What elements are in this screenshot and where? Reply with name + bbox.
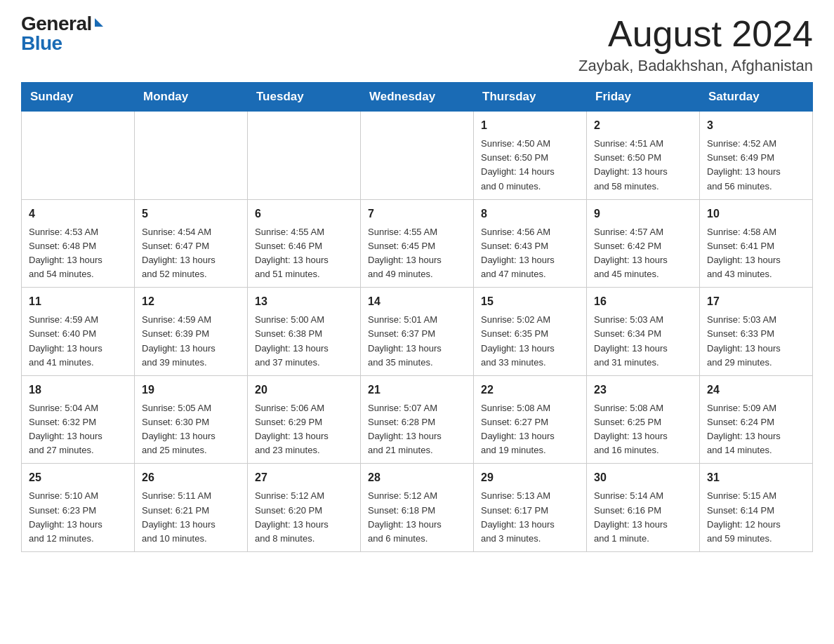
calendar-cell: 19Sunrise: 5:05 AMSunset: 6:30 PMDayligh… <box>135 375 248 464</box>
day-number: 16 <box>594 293 692 310</box>
day-number: 3 <box>707 117 805 134</box>
calendar-cell: 3Sunrise: 4:52 AMSunset: 6:49 PMDaylight… <box>700 112 813 200</box>
day-info: Sunrise: 5:12 AMSunset: 6:20 PMDaylight:… <box>255 489 353 546</box>
calendar-cell: 22Sunrise: 5:08 AMSunset: 6:27 PMDayligh… <box>474 375 587 464</box>
day-number: 27 <box>255 469 353 486</box>
calendar-week-row: 1Sunrise: 4:50 AMSunset: 6:50 PMDaylight… <box>22 112 813 200</box>
page-header: General Blue August 2024 Zaybak, Badakhs… <box>21 14 813 75</box>
day-number: 26 <box>142 469 240 486</box>
day-number: 29 <box>481 469 579 486</box>
calendar-cell <box>135 112 248 200</box>
calendar-cell: 12Sunrise: 4:59 AMSunset: 6:39 PMDayligh… <box>135 288 248 376</box>
day-info: Sunrise: 4:58 AMSunset: 6:41 PMDaylight:… <box>707 225 805 282</box>
calendar-week-row: 11Sunrise: 4:59 AMSunset: 6:40 PMDayligh… <box>22 288 813 376</box>
day-info: Sunrise: 4:50 AMSunset: 6:50 PMDaylight:… <box>481 137 579 194</box>
day-number: 30 <box>594 469 692 486</box>
day-of-week-header: Wednesday <box>361 83 474 112</box>
calendar-table: SundayMondayTuesdayWednesdayThursdayFrid… <box>21 82 813 552</box>
day-number: 15 <box>481 293 579 310</box>
day-info: Sunrise: 5:15 AMSunset: 6:14 PMDaylight:… <box>707 489 805 546</box>
day-info: Sunrise: 5:08 AMSunset: 6:27 PMDaylight:… <box>481 401 579 458</box>
calendar-cell: 20Sunrise: 5:06 AMSunset: 6:29 PMDayligh… <box>248 375 361 464</box>
day-number: 18 <box>29 382 127 398</box>
calendar-cell <box>248 112 361 200</box>
day-of-week-header: Tuesday <box>248 83 361 112</box>
day-info: Sunrise: 4:56 AMSunset: 6:43 PMDaylight:… <box>481 225 579 282</box>
day-info: Sunrise: 4:53 AMSunset: 6:48 PMDaylight:… <box>29 225 127 282</box>
day-info: Sunrise: 5:03 AMSunset: 6:33 PMDaylight:… <box>707 313 805 370</box>
calendar-week-row: 4Sunrise: 4:53 AMSunset: 6:48 PMDaylight… <box>22 199 813 288</box>
day-number: 10 <box>707 206 805 222</box>
calendar-cell: 5Sunrise: 4:54 AMSunset: 6:47 PMDaylight… <box>135 199 248 288</box>
logo-general: General <box>21 14 92 34</box>
day-info: Sunrise: 5:10 AMSunset: 6:23 PMDaylight:… <box>29 489 127 546</box>
calendar-cell: 28Sunrise: 5:12 AMSunset: 6:18 PMDayligh… <box>361 464 474 552</box>
logo-blue: Blue <box>21 34 62 53</box>
day-of-week-header: Monday <box>135 83 248 112</box>
day-number: 8 <box>481 206 579 222</box>
day-number: 6 <box>255 206 353 222</box>
month-title: August 2024 <box>578 14 813 54</box>
day-number: 22 <box>481 382 579 398</box>
day-info: Sunrise: 5:14 AMSunset: 6:16 PMDaylight:… <box>594 489 692 546</box>
day-of-week-header: Thursday <box>474 83 587 112</box>
day-number: 28 <box>368 469 466 486</box>
calendar-cell: 17Sunrise: 5:03 AMSunset: 6:33 PMDayligh… <box>700 288 813 376</box>
day-number: 5 <box>142 206 240 222</box>
calendar-cell: 4Sunrise: 4:53 AMSunset: 6:48 PMDaylight… <box>22 199 135 288</box>
day-number: 9 <box>594 206 692 222</box>
day-number: 14 <box>368 293 466 310</box>
calendar-week-row: 25Sunrise: 5:10 AMSunset: 6:23 PMDayligh… <box>22 464 813 552</box>
day-info: Sunrise: 5:05 AMSunset: 6:30 PMDaylight:… <box>142 401 240 458</box>
calendar-cell: 9Sunrise: 4:57 AMSunset: 6:42 PMDaylight… <box>587 199 700 288</box>
calendar-cell: 21Sunrise: 5:07 AMSunset: 6:28 PMDayligh… <box>361 375 474 464</box>
calendar-cell: 15Sunrise: 5:02 AMSunset: 6:35 PMDayligh… <box>474 288 587 376</box>
day-info: Sunrise: 5:11 AMSunset: 6:21 PMDaylight:… <box>142 489 240 546</box>
calendar-cell: 7Sunrise: 4:55 AMSunset: 6:45 PMDaylight… <box>361 199 474 288</box>
day-info: Sunrise: 4:51 AMSunset: 6:50 PMDaylight:… <box>594 137 692 194</box>
day-number: 31 <box>707 469 805 486</box>
day-number: 13 <box>255 293 353 310</box>
calendar-cell <box>22 112 135 200</box>
day-number: 20 <box>255 382 353 398</box>
day-info: Sunrise: 5:13 AMSunset: 6:17 PMDaylight:… <box>481 489 579 546</box>
day-info: Sunrise: 5:01 AMSunset: 6:37 PMDaylight:… <box>368 313 466 370</box>
day-number: 25 <box>29 469 127 486</box>
day-number: 7 <box>368 206 466 222</box>
calendar-cell: 23Sunrise: 5:08 AMSunset: 6:25 PMDayligh… <box>587 375 700 464</box>
calendar-week-row: 18Sunrise: 5:04 AMSunset: 6:32 PMDayligh… <box>22 375 813 464</box>
calendar-cell: 25Sunrise: 5:10 AMSunset: 6:23 PMDayligh… <box>22 464 135 552</box>
calendar-cell: 10Sunrise: 4:58 AMSunset: 6:41 PMDayligh… <box>700 199 813 288</box>
day-info: Sunrise: 4:55 AMSunset: 6:45 PMDaylight:… <box>368 225 466 282</box>
day-number: 23 <box>594 382 692 398</box>
day-info: Sunrise: 4:54 AMSunset: 6:47 PMDaylight:… <box>142 225 240 282</box>
day-number: 19 <box>142 382 240 398</box>
logo-triangle-icon <box>95 18 103 27</box>
calendar-cell: 30Sunrise: 5:14 AMSunset: 6:16 PMDayligh… <box>587 464 700 552</box>
calendar-cell: 31Sunrise: 5:15 AMSunset: 6:14 PMDayligh… <box>700 464 813 552</box>
calendar-cell: 8Sunrise: 4:56 AMSunset: 6:43 PMDaylight… <box>474 199 587 288</box>
day-info: Sunrise: 4:57 AMSunset: 6:42 PMDaylight:… <box>594 225 692 282</box>
day-info: Sunrise: 5:04 AMSunset: 6:32 PMDaylight:… <box>29 401 127 458</box>
calendar-cell: 26Sunrise: 5:11 AMSunset: 6:21 PMDayligh… <box>135 464 248 552</box>
day-number: 17 <box>707 293 805 310</box>
calendar-cell: 24Sunrise: 5:09 AMSunset: 6:24 PMDayligh… <box>700 375 813 464</box>
day-number: 21 <box>368 382 466 398</box>
day-info: Sunrise: 5:09 AMSunset: 6:24 PMDaylight:… <box>707 401 805 458</box>
day-info: Sunrise: 5:08 AMSunset: 6:25 PMDaylight:… <box>594 401 692 458</box>
day-number: 2 <box>594 117 692 134</box>
calendar-cell: 13Sunrise: 5:00 AMSunset: 6:38 PMDayligh… <box>248 288 361 376</box>
day-number: 12 <box>142 293 240 310</box>
calendar-cell: 11Sunrise: 4:59 AMSunset: 6:40 PMDayligh… <box>22 288 135 376</box>
calendar-cell: 1Sunrise: 4:50 AMSunset: 6:50 PMDaylight… <box>474 112 587 200</box>
day-of-week-header: Friday <box>587 83 700 112</box>
day-info: Sunrise: 5:00 AMSunset: 6:38 PMDaylight:… <box>255 313 353 370</box>
day-of-week-header: Sunday <box>22 83 135 112</box>
logo: General Blue <box>21 14 103 53</box>
day-number: 4 <box>29 206 127 222</box>
calendar-cell: 18Sunrise: 5:04 AMSunset: 6:32 PMDayligh… <box>22 375 135 464</box>
calendar-cell: 16Sunrise: 5:03 AMSunset: 6:34 PMDayligh… <box>587 288 700 376</box>
day-info: Sunrise: 5:12 AMSunset: 6:18 PMDaylight:… <box>368 489 466 546</box>
day-number: 1 <box>481 117 579 134</box>
title-section: August 2024 Zaybak, Badakhshan, Afghanis… <box>578 14 813 75</box>
